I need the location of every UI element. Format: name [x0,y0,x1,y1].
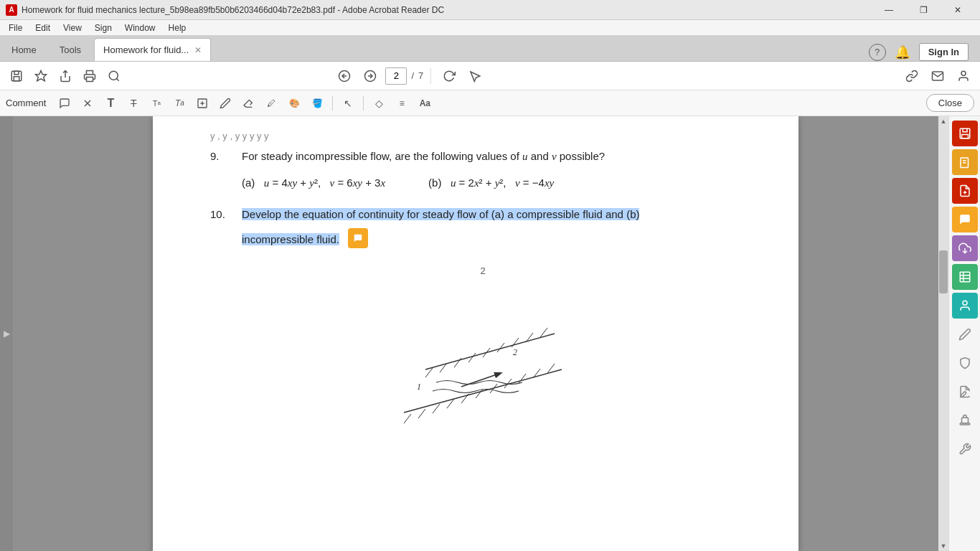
vertical-scrollbar[interactable]: ▲ ▼ [938,116,948,551]
signin-button[interactable]: Sign In [919,43,969,61]
q9-v-var: v [552,151,557,162]
next-page-btn[interactable] [359,65,381,87]
help-button[interactable]: ? [869,44,886,61]
lines-btn[interactable]: ≡ [392,93,412,113]
save-toolbar-btn[interactable] [6,65,27,87]
question-9: 9. For steady incompressible flow, are t… [210,149,755,189]
page-center-num: 2 [210,265,755,276]
close-comment-toolbar-btn[interactable]: Close [926,94,974,112]
cursor-select-btn[interactable]: ↖ [338,93,358,113]
text-btn[interactable]: T [100,93,121,113]
q9-part-a: (a) u = 4xy + y², v = 6xy + 3x [242,176,385,189]
title-left: A Homework for fluid mechanics lecture_5… [6,4,444,16]
main-area: ▶ y , y , y y y y y 9. For steady incomp… [0,116,980,551]
rp-tools-btn[interactable] [952,436,978,462]
scroll-thumb[interactable] [939,250,948,293]
rp-pages-btn[interactable] [952,149,978,175]
svg-point-54 [963,301,967,305]
tab-active-label: Homework for fluid... [103,44,189,55]
rp-pdf-export-btn[interactable] [952,178,978,204]
tab-right-controls: ? 🔔 Sign In [857,43,980,61]
font-size-btn[interactable]: Aa [415,93,435,113]
q10-number: 10. [210,208,242,220]
menu-file[interactable]: File [3,22,28,34]
fill-btn[interactable]: 🪣 [307,93,327,113]
maximize-button[interactable]: ❐ [907,0,940,20]
scroll-up-btn[interactable]: ▲ [938,116,948,126]
email-toolbar-btn[interactable] [927,65,948,87]
rp-spreadsheet-btn[interactable] [952,264,978,290]
text-box-btn[interactable] [192,93,212,113]
app-icon: A [6,4,17,16]
share-toolbar-btn[interactable] [55,65,76,87]
pencil-btn[interactable] [215,93,235,113]
svg-line-24 [461,394,468,403]
window-title: Homework for fluid mechanics lecture_5b9… [22,5,444,15]
color-btn[interactable]: 🎨 [284,93,304,113]
svg-rect-5 [87,77,93,81]
q9-number: 9. [210,150,242,162]
menu-sign[interactable]: Sign [89,22,118,34]
highlight-btn[interactable] [77,93,98,113]
print-toolbar-btn[interactable] [79,65,100,87]
rp-stamp-btn[interactable] [952,408,978,433]
svg-line-33 [454,358,461,367]
replace-text-btn[interactable]: Ta [146,93,166,113]
cursor-toolbar-btn[interactable] [464,65,486,87]
svg-text:2: 2 [513,347,517,357]
rp-comment-btn[interactable] [952,207,978,232]
svg-line-35 [483,348,490,357]
diamond-btn[interactable]: ◇ [369,93,389,113]
menu-edit[interactable]: Edit [29,22,56,34]
comment-bubble-icon[interactable] [348,228,368,248]
svg-point-6 [109,71,118,80]
q9-u-var: u [522,151,528,162]
add-note-btn[interactable] [55,93,75,113]
main-toolbar: / 7 [0,62,980,90]
left-panel-toggle[interactable]: ▶ [0,116,13,551]
fluid-diagram: 1 2 [397,298,569,441]
rp-pencil-btn[interactable] [952,321,978,347]
svg-line-7 [116,78,118,80]
search-toolbar-btn[interactable] [103,65,125,87]
minimize-button[interactable]: — [872,0,905,20]
prev-page-btn[interactable] [334,65,355,87]
toolbar-nav-center: / 7 [334,65,486,87]
tabbar: Home Tools Homework for fluid... ✕ ? 🔔 S… [0,36,980,62]
tab-close-button[interactable]: ✕ [194,45,202,55]
user-toolbar-btn[interactable] [953,65,974,87]
stamp-btn[interactable]: 🖊 [261,93,281,113]
rp-sign-btn[interactable] [952,379,978,405]
svg-rect-1 [14,71,19,75]
eraser-btn[interactable] [238,93,258,113]
pdf-display-area: y , y , y y y y y 9. For steady incompre… [13,116,938,551]
left-arrow-icon: ▶ [4,329,10,339]
svg-line-37 [512,338,519,347]
link-toolbar-btn[interactable] [901,65,923,87]
page-separator: / [411,70,414,81]
pdf-page: y , y , y y y y y 9. For steady incompre… [153,116,798,551]
menu-window[interactable]: Window [119,22,161,34]
notifications-button[interactable]: 🔔 [895,44,910,60]
scroll-track[interactable] [938,126,948,541]
rp-person-btn[interactable] [952,293,978,319]
q9-text: For steady incompressible flow, are the … [242,150,605,162]
scroll-down-btn[interactable]: ▼ [938,541,948,551]
comment-toolbar-right: Close [926,94,974,112]
rp-shield-btn[interactable] [952,350,978,376]
strikethrough-btn[interactable]: T [123,93,143,113]
close-window-button[interactable]: ✕ [941,0,974,20]
insert-text-btn[interactable]: Ta [169,93,189,113]
tab-home[interactable]: Home [0,38,48,61]
menu-view[interactable]: View [57,22,88,34]
tab-active-document[interactable]: Homework for fluid... ✕ [94,38,211,61]
tab-tools[interactable]: Tools [48,38,93,61]
rotate-toolbar-btn[interactable] [438,65,460,87]
diagram-area: 1 2 [210,298,755,441]
menu-help[interactable]: Help [163,22,192,34]
bookmark-toolbar-btn[interactable] [30,65,52,87]
svg-rect-2 [14,76,19,80]
page-number-input[interactable] [385,67,407,85]
rp-pdf-save-btn[interactable] [952,121,978,146]
rp-purple-export-btn[interactable] [952,235,978,261]
